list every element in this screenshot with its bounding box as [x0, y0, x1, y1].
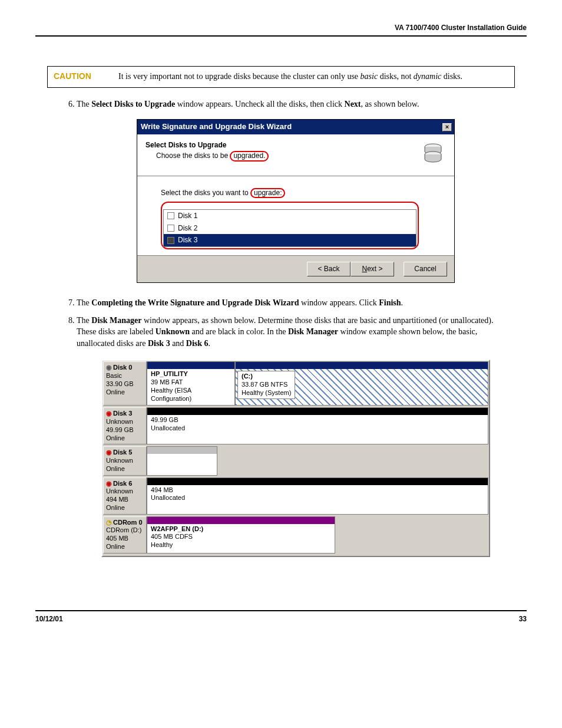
dm-vol-disk6-unalloc[interactable]: 494 MB Unallocated [147, 477, 488, 515]
dm-d0-v2-stat: Healthy (System) [242, 389, 291, 397]
wizard-titlebar: Write Signature and Upgrade Disk Wizard … [137, 120, 454, 134]
dm-cd-name: CDRom 0 [113, 519, 143, 526]
disk-manager: ◉Disk 0 Basic 33.90 GB Online HP_UTILITY… [101, 360, 490, 556]
annotation-upgraded: upgraded. [230, 151, 269, 161]
dm-cd-status: Online [106, 543, 144, 551]
disk-icon: ◉ [106, 364, 112, 371]
disk1-label: Disk 1 [178, 211, 197, 221]
caution-text: It is very important not to upgrade disk… [118, 71, 508, 83]
dm-vol-c[interactable]: (C:) 33.87 GB NTFS Healthy (System) [235, 361, 488, 406]
footer-page: 33 [519, 615, 527, 623]
disk-icon: ◉ [106, 449, 112, 456]
caution-text-post: disks. [441, 72, 462, 81]
wizard-header: Select Disks to Upgrade Choose the disks… [137, 134, 454, 176]
disk-list-item-1[interactable]: Disk 1 [164, 210, 416, 222]
dm-vol-cdrom[interactable]: W2AFPP_EN (D:) 405 MB CDFS Healthy [147, 516, 335, 554]
wizard-heading: Select Disks to Upgrade [146, 140, 414, 150]
dm-row-cdrom0: ◔CDRom 0 CDRom (D:) 405 MB Online W2AFPP… [103, 516, 488, 554]
dm-vol-disk3-unalloc[interactable]: 49.99 GB Unallocated [147, 407, 488, 444]
dm-side-disk3: ◉Disk 3 Unknown 49.99 GB Online [103, 407, 147, 444]
wizard-window: Write Signature and Upgrade Disk Wizard … [137, 119, 455, 283]
dm-cd-v1-size: 405 MB CDFS [151, 533, 331, 541]
dm-vol-disk5-empty[interactable] [147, 446, 217, 475]
back-button[interactable]: < Back [307, 262, 351, 276]
step-6: The Select Disks to Upgrade window appea… [77, 98, 515, 283]
dm-d0-v2-size: 33.87 GB NTFS [242, 381, 291, 389]
wizard-title: Write Signature and Upgrade Disk Wizard [141, 121, 292, 132]
caution-text-pre: It is very important not to upgrade disk… [118, 72, 361, 81]
wizard-body-label: Select the disks you want to upgrade: [161, 188, 431, 198]
checkbox-disk1[interactable] [167, 212, 174, 219]
footer-date: 10/12/01 [35, 615, 63, 623]
dm-d6-size: 494 MB [106, 496, 144, 504]
dm-d3-status: Online [106, 434, 144, 443]
caution-label: CAUTION [54, 71, 118, 83]
dm-d6-v1-stat: Unallocated [151, 494, 484, 502]
step8-a: The [77, 316, 91, 325]
step6-c: window appears. Uncheck all the disks, t… [175, 100, 344, 108]
disk-stack-icon [420, 140, 446, 166]
dm-side-disk0: ◉Disk 0 Basic 33.90 GB Online [103, 361, 147, 406]
dm-d5-name: Disk 5 [113, 449, 132, 456]
dm-cd-type: CDRom (D:) [106, 526, 144, 535]
step-7: The Completing the Write Signature and U… [77, 297, 515, 309]
dm-d0-size: 33.90 GB [106, 380, 144, 388]
caution-box: CAUTION It is very important not to upgr… [47, 66, 515, 88]
dm-row-disk3: ◉Disk 3 Unknown 49.99 GB Online 49.99 GB… [103, 407, 488, 444]
vol-bar [147, 408, 488, 415]
dm-side-disk5: ◉Disk 5 Unknown Online [103, 446, 147, 475]
wizard-subtitle: Choose the disks to be upgraded. [156, 151, 414, 161]
dm-d6-type: Unknown [106, 487, 144, 496]
vol-bar [147, 362, 234, 369]
dm-side-disk6: ◉Disk 6 Unknown 494 MB Online [103, 477, 147, 515]
step7-c: window appears. Click [299, 298, 379, 307]
dm-cd-v1-stat: Healthy [151, 541, 331, 549]
step7-a: The [77, 298, 91, 307]
dm-d3-type: Unknown [106, 418, 144, 426]
page-footer: 10/12/01 33 [35, 610, 527, 623]
step6-d: Next [345, 100, 361, 108]
dm-d0-v1-name: HP_UTILITY [151, 370, 231, 378]
dm-d0-status: Online [106, 388, 144, 397]
next-button[interactable]: Next > [351, 262, 394, 276]
disk-icon: ◉ [106, 480, 112, 487]
disk2-label: Disk 2 [178, 223, 197, 233]
header-rule [35, 35, 527, 37]
vol-bar [147, 447, 217, 454]
step8-i: and [170, 339, 186, 348]
close-button[interactable]: × [442, 123, 452, 131]
wizard-body-pre: Select the disks you want to [161, 189, 250, 197]
step7-e: . [401, 298, 404, 307]
step8-d: Unknown [156, 327, 190, 336]
caution-text-mid: disks, not [378, 72, 414, 81]
dm-d3-size: 49.99 GB [106, 426, 144, 434]
wizard-body: Select the disks you want to upgrade: Di… [137, 176, 454, 256]
step8-b: Disk Manager [91, 316, 141, 325]
step6-a: The [77, 100, 91, 108]
step7-d: Finish [379, 298, 401, 307]
dm-d0-v2-name: (C:) [242, 373, 291, 381]
annotation-upgrade: upgrade: [250, 188, 285, 198]
dm-d0-v1-stat: Healthy (EISA Configuration) [151, 387, 231, 403]
dm-d3-v1-stat: Unallocated [151, 424, 484, 433]
checkbox-disk3[interactable] [167, 237, 174, 244]
vol-bar [147, 517, 335, 524]
checkbox-disk2[interactable] [167, 225, 174, 232]
wizard-footer: < Back Next > Cancel [137, 255, 454, 282]
step6-b: Select Disks to Upgrade [91, 100, 175, 108]
dm-vol-hputility[interactable]: HP_UTILITY 39 MB FAT Healthy (EISA Confi… [147, 361, 235, 406]
step8-f: Disk Manager [288, 327, 338, 336]
cancel-button[interactable]: Cancel [404, 262, 447, 276]
disk-list-item-3[interactable]: Disk 3 [164, 234, 416, 246]
step7-b: Completing the Write Signature and Upgra… [91, 298, 299, 307]
dm-row-disk0: ◉Disk 0 Basic 33.90 GB Online HP_UTILITY… [103, 361, 488, 406]
disk3-label: Disk 3 [178, 235, 197, 245]
step8-j: Disk 6 [186, 339, 209, 348]
vol-bar [236, 362, 488, 369]
dm-d0-v1-size: 39 MB FAT [151, 378, 231, 387]
disk-list-item-2[interactable]: Disk 2 [164, 222, 416, 235]
dm-d3-name: Disk 3 [113, 410, 132, 417]
disk-icon: ◉ [106, 410, 112, 417]
dm-d6-v1-size: 494 MB [151, 486, 484, 495]
dm-row-disk6: ◉Disk 6 Unknown 494 MB Online 494 MB Una… [103, 477, 488, 515]
